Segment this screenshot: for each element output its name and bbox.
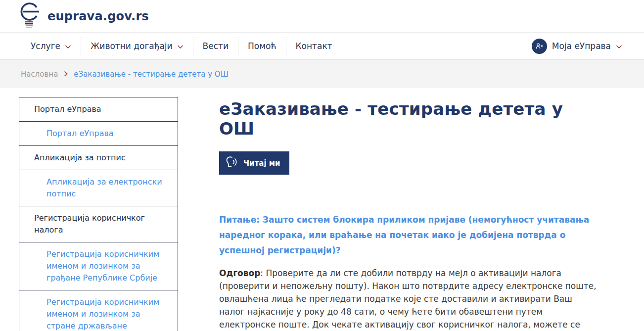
sidebar-link[interactable]: Апликација за електронски потпис xyxy=(19,170,178,206)
answer-label: Одговор xyxy=(219,268,260,278)
sidebar-category[interactable]: Апликација за потпис xyxy=(19,145,178,170)
id-badge-icon xyxy=(532,39,547,54)
nav-item[interactable]: Животни догађаји xyxy=(81,41,193,51)
sidebar-link[interactable]: Регистрација корисничким именом и лозинк… xyxy=(19,290,178,331)
site-header: euprava.gov.rs xyxy=(0,0,644,33)
main-navigation: УслугеЖивотни догађајиВестиПомоћКонтакт … xyxy=(0,33,644,60)
nav-item-label: Животни догађаји xyxy=(91,41,173,51)
read-to-me-label: Читај ми xyxy=(243,159,280,168)
chevron-down-icon xyxy=(65,41,71,51)
text-to-speech-icon xyxy=(225,155,238,171)
euprava-logo-icon xyxy=(19,1,41,31)
faq-question: Питање: Зашто систем блокира приликом пр… xyxy=(219,212,598,258)
chevron-down-icon xyxy=(177,41,184,51)
content-area: Портал еУправаПортал еУправаАпликација з… xyxy=(0,88,644,331)
sidebar-link[interactable]: Портал еУправа xyxy=(19,121,178,146)
chevron-down-icon xyxy=(616,42,622,51)
nav-item[interactable]: Контакт xyxy=(286,41,342,51)
breadcrumb: Насловна еЗаказивање - тестирање детета … xyxy=(0,60,644,88)
nav-item[interactable]: Помоћ xyxy=(238,41,286,51)
breadcrumb-home-link[interactable]: Насловна xyxy=(21,70,58,79)
main-content: еЗаказивање - тестирање детета у ОШ Чита… xyxy=(219,97,598,331)
nav-item[interactable]: Услуге xyxy=(31,41,81,51)
sidebar-menu: Портал еУправаПортал еУправаАпликација з… xyxy=(19,97,178,331)
nav-items: УслугеЖивотни догађајиВестиПомоћКонтакт xyxy=(31,37,342,55)
my-euprava-menu[interactable]: Моја еУправа xyxy=(532,39,622,54)
breadcrumb-current-link[interactable]: еЗаказивање - тестирање детета у ОШ xyxy=(74,70,228,79)
sidebar-link[interactable]: Регистрација корисничким именом и лозинк… xyxy=(19,242,178,290)
faq-answer: Одговор: Проверите да ли сте добили потв… xyxy=(219,267,598,331)
chevron-right-icon xyxy=(64,69,68,79)
nav-item-label: Помоћ xyxy=(248,41,276,51)
read-to-me-button[interactable]: Читај ми xyxy=(219,151,289,175)
logo-text: euprava.gov.rs xyxy=(47,9,149,23)
nav-item-label: Услуге xyxy=(31,41,60,51)
page-title: еЗаказивање - тестирање детета у ОШ xyxy=(219,99,598,139)
my-euprava-label: Моја еУправа xyxy=(552,41,611,51)
logo[interactable]: euprava.gov.rs xyxy=(19,1,149,31)
nav-item-label: Вести xyxy=(203,41,229,51)
nav-item[interactable]: Вести xyxy=(193,41,238,51)
answer-text: : Проверите да ли сте добили потврду на … xyxy=(219,268,597,331)
nav-item-label: Контакт xyxy=(296,41,332,51)
sidebar-category[interactable]: Регистрација корисничког налога xyxy=(19,206,178,242)
sidebar-category[interactable]: Портал еУправа xyxy=(19,97,178,122)
